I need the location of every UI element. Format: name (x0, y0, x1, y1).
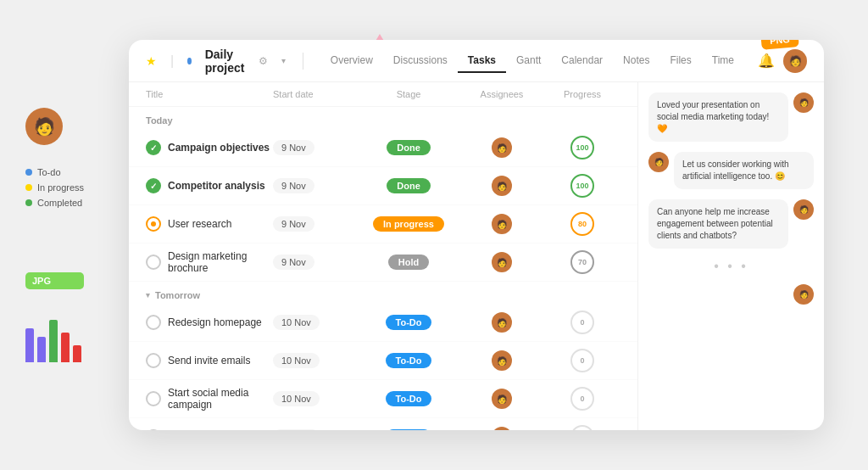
task-progress: 100 (544, 136, 620, 159)
stage-badge: Hold (388, 255, 429, 270)
task-assignee: 🧑 (459, 427, 544, 430)
task-progress: 0 (544, 387, 620, 411)
user-avatar-nav[interactable]: 🧑 (783, 49, 807, 73)
nav-icons: 🔔 🧑 (758, 49, 807, 73)
task-progress: 0 (544, 425, 620, 430)
date-badge: 9 Nov (273, 255, 314, 270)
progress-circle: 0 (570, 349, 594, 372)
check-empty-icon (146, 315, 161, 330)
task-assignee: 🧑 (459, 350, 544, 371)
table-row[interactable]: Design marketing brochure 9 Nov Hold 🧑 7… (129, 243, 637, 282)
task-stage: To-Do (358, 429, 459, 430)
tab-time[interactable]: Time (702, 49, 744, 73)
chat-panel: Loved your presentation on social media … (637, 82, 824, 430)
task-progress: 70 (544, 250, 620, 274)
main-card: PNG ★ | Daily project ⚙ ▾ Overview Discu… (129, 40, 824, 430)
chat-avatar-bottom: 🧑 (793, 284, 814, 305)
task-title: User research (168, 218, 231, 230)
tab-notes[interactable]: Notes (613, 49, 659, 73)
task-date: 9 Nov (273, 216, 358, 232)
stage-badge: To-Do (386, 315, 432, 330)
task-stage: Done (358, 140, 459, 155)
legend-todo: To-do (25, 167, 84, 177)
chart-bar-3 (49, 320, 58, 362)
task-title-cell: ✓ Competitor analysis (146, 178, 273, 193)
task-title-cell: Redesign homepage (146, 315, 273, 330)
chat-bubble: Let us consider working with artificial … (674, 152, 814, 189)
nav-tabs: Overview Discussions Tasks Gantt Calenda… (320, 49, 744, 73)
legend-dot-todo (25, 169, 32, 176)
task-date: 10 Nov (273, 353, 358, 368)
task-stage: Hold (358, 255, 459, 270)
tab-discussions[interactable]: Discussions (383, 49, 458, 73)
date-badge: 9 Nov (273, 216, 314, 232)
content-area: Title Start date Stage Assignees Progres… (129, 82, 824, 430)
mini-chart (25, 320, 84, 362)
table-header: Title Start date Stage Assignees Progres… (129, 82, 637, 107)
tab-files[interactable]: Files (659, 49, 701, 73)
chat-bubble: Loved your presentation on social media … (648, 92, 788, 142)
task-progress: 0 (544, 349, 620, 372)
date-badge: 10 Nov (273, 391, 320, 406)
stage-badge: In progress (373, 216, 444, 232)
legend-label-completed: Completed (37, 198, 82, 208)
nav-divider-1: | (170, 53, 174, 69)
task-assignee: 🧑 (459, 137, 544, 158)
task-assignee: 🧑 (459, 176, 544, 196)
assignee-avatar: 🧑 (492, 389, 512, 409)
task-stage: To-Do (358, 391, 459, 406)
task-title-cell: Analyze progress (146, 429, 273, 430)
star-icon: ★ (146, 54, 157, 68)
table-row[interactable]: Analyze progress 10 Nov To-Do 🧑 0 (129, 418, 637, 430)
progress-circle: 100 (570, 136, 594, 159)
stage-badge: Done (387, 178, 431, 193)
task-date: 9 Nov (273, 255, 358, 270)
tab-gantt[interactable]: Gantt (506, 49, 551, 73)
table-row[interactable]: ✓ Campaign objectives 9 Nov Done 🧑 100 (129, 129, 637, 167)
table-row[interactable]: Redesign homepage 10 Nov To-Do 🧑 0 (129, 304, 637, 342)
table-row[interactable]: Start social media campaign 10 Nov To-Do… (129, 380, 637, 418)
chart-bar-5 (73, 345, 81, 362)
section-tomorrow-label: Tomorrow (155, 290, 200, 300)
chevron-down-icon[interactable]: ▾ (281, 56, 286, 65)
date-badge: 10 Nov (273, 315, 320, 330)
date-badge: 9 Nov (273, 140, 314, 155)
progress-circle: 0 (570, 425, 594, 430)
legend-label-todo: To-do (37, 167, 61, 177)
legend-completed: Completed (25, 198, 84, 208)
date-badge: 10 Nov (273, 429, 320, 430)
progress-circle: 80 (570, 212, 594, 236)
tab-calendar[interactable]: Calendar (551, 49, 613, 73)
task-stage: To-Do (358, 353, 459, 368)
bell-icon[interactable]: 🔔 (758, 53, 775, 69)
table-row[interactable]: ✓ Competitor analysis 9 Nov Done 🧑 100 (129, 167, 637, 205)
check-progress-icon (146, 216, 161, 232)
tab-tasks[interactable]: Tasks (458, 49, 506, 73)
task-date: 9 Nov (273, 140, 358, 155)
table-row[interactable]: User research 9 Nov In progress 🧑 80 (129, 205, 637, 243)
col-assignees: Assignees (459, 89, 544, 99)
gear-icon[interactable]: ⚙ (259, 55, 268, 67)
project-status-dot (187, 58, 192, 64)
date-badge: 9 Nov (273, 178, 314, 193)
tab-overview[interactable]: Overview (320, 49, 383, 73)
chat-typing-dots: • • • (648, 259, 814, 274)
avatar: 🧑 (25, 108, 63, 145)
task-title-cell: ✓ Campaign objectives (146, 140, 273, 155)
sidebar-left: 🧑 To-do In progress Completed JPG (25, 108, 84, 362)
progress-circle: 0 (570, 387, 594, 411)
chat-message-3: Can anyone help me increase engagement b… (648, 199, 814, 249)
col-title: Title (146, 89, 273, 99)
chat-avatar: 🧑 (793, 199, 814, 220)
table-row[interactable]: Send invite emails 10 Nov To-Do 🧑 0 (129, 342, 637, 380)
stage-badge: To-Do (386, 391, 432, 406)
task-stage: In progress (358, 216, 459, 232)
chevron-section-icon: ▾ (146, 291, 150, 299)
progress-circle: 70 (570, 250, 594, 274)
col-progress: Progress (544, 89, 620, 99)
legend-label-inprogress: In progress (37, 182, 84, 193)
legend-dot-completed (25, 199, 32, 206)
task-title: Design marketing brochure (168, 250, 273, 274)
col-startdate: Start date (273, 89, 358, 99)
task-date: 9 Nov (273, 178, 358, 193)
